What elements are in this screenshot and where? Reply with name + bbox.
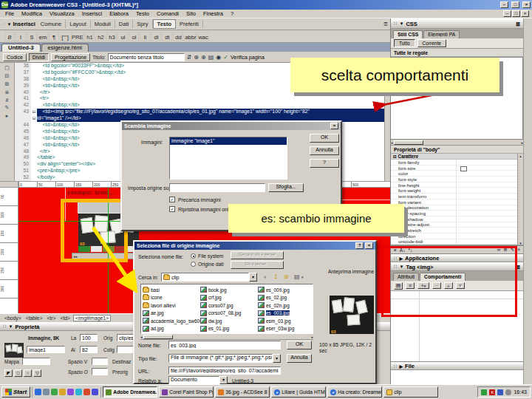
visual-aids-icon[interactable]: ◉ [216,54,221,61]
file-list-item[interactable]: es_02n.jpg [258,301,316,310]
close-button[interactable]: × [522,1,531,8]
help-button[interactable]: ? [310,159,339,168]
tag-selector-item[interactable]: <td> [58,316,72,321]
check-page-button[interactable]: Verifica pagina [231,55,265,60]
text-toolbar-button[interactable]: S [27,32,37,41]
url-input[interactable] [168,366,281,375]
code-collapse-icon[interactable] [31,102,37,109]
menu-item[interactable]: Inserisci [78,10,106,17]
tag-selector-item[interactable]: <img#image1> [73,315,111,321]
text-toolbar-button[interactable]: abbr [184,32,197,41]
quicklaunch-icon[interactable] [83,389,90,395]
code-collapse-icon[interactable] [31,142,37,149]
text-toolbar-button[interactable]: h3 [106,32,117,41]
quicklaunch-icon[interactable] [35,389,41,395]
map-input[interactable] [22,358,50,365]
task-button[interactable]: Liliare | Guida HTML... [271,386,326,398]
code-collapse-icon[interactable] [31,69,37,76]
preview-globe-icon[interactable]: ⊕ [194,54,199,61]
indent-icon[interactable]: ▸ [6,113,9,119]
file-list-item[interactable]: es_01.jpg [200,325,258,333]
dropdown-arrow-icon[interactable]: ▾ [301,275,304,279]
menu-item[interactable]: Testo [132,10,153,17]
refresh-icon[interactable]: ⊕ [201,54,206,61]
view-options-icon[interactable]: ▤ [208,54,214,61]
menu-item[interactable]: Modifica [18,10,46,17]
code-collapse-icon[interactable] [31,95,37,102]
code-collapse-icon[interactable] [31,76,37,83]
open-documents-icon[interactable]: ▢ [4,65,10,71]
code-collapse-icon[interactable] [31,135,37,142]
text-toolbar-button[interactable]: I [16,32,26,41]
css-property-row[interactable]: font-family [391,160,523,166]
relative-combo[interactable]: Documento ▾ [168,376,228,384]
text-toolbar-button[interactable]: ¶ [49,32,59,41]
task-button[interactable]: 36.jpg - ACDSee 8 Fo... [215,386,270,398]
file-list-item[interactable]: esm_03.jpg [258,317,316,325]
file-list-item[interactable]: lavori allievi [143,301,200,310]
file-list-item[interactable]: dw.jpg [200,317,258,325]
rectangular-hotspot-tool[interactable]: □ [14,369,22,377]
menu-item[interactable]: Sito [183,10,200,17]
code-collapse-icon[interactable] [31,63,37,69]
split-view-button[interactable]: Dividi [29,53,49,61]
css-property-row[interactable]: color [391,171,523,177]
text-toolbar-button[interactable]: [""] [60,32,70,41]
doc-restore-button[interactable]: □ [512,10,520,17]
hspace-input[interactable] [92,368,108,375]
tray-icon-kaspersky[interactable]: K [489,389,495,395]
quicklaunch-icon[interactable] [92,389,98,395]
css-property-row[interactable]: font-size-adjust [391,222,523,228]
code-view-button[interactable]: Codice [3,53,27,61]
quicklaunch-icon[interactable] [43,389,50,395]
ok-button[interactable]: OK [310,134,339,143]
code-collapse-icon[interactable] [31,129,37,135]
scroll-right-icon[interactable]: ▸ [311,335,313,339]
file-list-item[interactable]: icone [143,294,200,302]
text-toolbar-button[interactable]: h1 [84,32,95,41]
doc-minimize-button[interactable]: – [503,10,511,17]
width-input[interactable] [80,334,98,341]
ok-button[interactable]: OK [287,341,312,349]
maximize-button[interactable]: □ [511,1,519,8]
text-toolbar-button[interactable]: PRE [71,32,83,41]
css-property-row[interactable]: text-transform [391,194,523,200]
insert-tab[interactable]: Moduli [91,20,115,28]
design-view-button[interactable]: Progettazione [51,53,90,61]
preload-checkbox[interactable]: ✓ [169,197,175,202]
doc-title-input[interactable] [108,53,185,61]
list-item[interactable]: immagine "image1" [170,137,287,145]
panel-open-icon[interactable]: ▼ [8,324,13,329]
css-property-row[interactable]: font-stretch [391,228,523,233]
close-icon[interactable]: × [330,123,338,129]
images-listbox[interactable]: immagine "image1" [169,137,287,180]
menu-item[interactable]: Visualizza [46,10,78,17]
task-button[interactable]: Ha creato: Dreamwe... [327,386,382,398]
insert-tab[interactable]: Dati [115,20,133,28]
collapse-icon[interactable]: ⊟ [393,154,397,159]
file-list-item[interactable]: ae.jpg [143,310,200,318]
tray-icon[interactable] [497,389,503,395]
code-collapse-icon[interactable] [31,149,37,155]
select-parent-icon[interactable]: ≣ [5,89,10,95]
insert-tab[interactable]: Layout [66,20,91,28]
quicklaunch-icon[interactable] [75,389,82,395]
scroll-left-icon[interactable]: ◂ [391,140,393,145]
insert-tab[interactable]: Testo [153,19,176,29]
tab-ap-elements[interactable]: Elementi PA [423,30,460,38]
file-list-item[interactable]: corso07.jpg [200,301,258,310]
file-list-item[interactable]: es_003.jpg [258,310,316,318]
cancel-button[interactable]: Annulla [310,146,339,155]
insert-tab[interactable]: Preferiti [176,20,203,28]
highlight-invalid-icon[interactable]: ✎ [5,105,10,111]
panel-menu-icon[interactable]: ≣ [383,21,388,27]
text-toolbar-button[interactable]: ul [117,32,128,41]
text-toolbar-button[interactable]: dl [151,32,161,41]
document-tab[interactable]: Untitled-3 [1,44,41,52]
code-line[interactable]: 42 <td>&nbsp;</td> [15,102,384,109]
insert-tab[interactable]: Comune [37,20,66,28]
panel-closed-icon[interactable]: ▶ [399,364,403,369]
sites-servers-button[interactable]: Siti e server... [231,261,284,269]
css-property-row[interactable]: line-height [391,183,523,188]
filename-input[interactable] [168,341,281,349]
